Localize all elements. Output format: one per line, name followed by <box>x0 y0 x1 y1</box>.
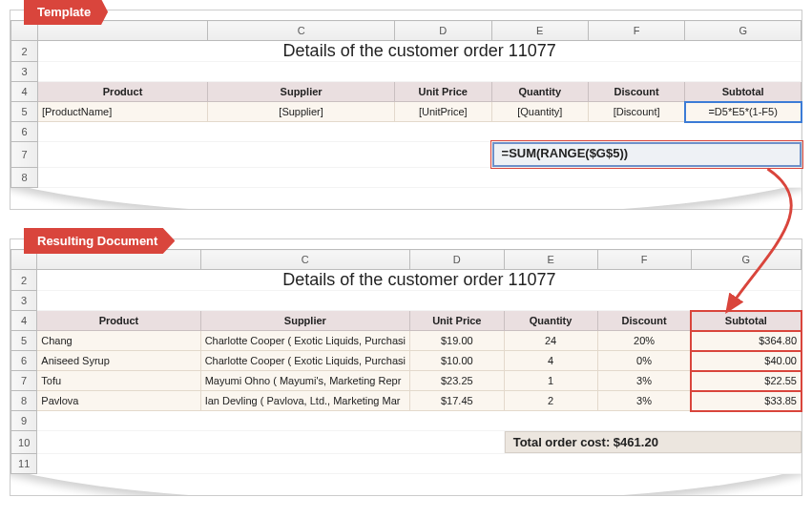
hdr-discount[interactable]: Discount <box>588 82 684 102</box>
rowhdr[interactable]: 3 <box>11 291 37 311</box>
colhdr-g[interactable]: G <box>685 21 802 41</box>
cell-discount[interactable]: 0% <box>597 351 691 371</box>
torn-edge <box>10 188 802 209</box>
hdr-subtotal[interactable]: Subtotal <box>691 311 801 331</box>
template-panel: Template C D E F G 2 Details of the cust… <box>10 10 802 210</box>
cell-subtotal[interactable]: $364.80 <box>691 331 801 351</box>
total-label: Total order cost: $461.20 <box>505 431 802 453</box>
tpl-unitprice[interactable]: [UnitPrice] <box>394 102 491 122</box>
cell-supplier[interactable]: Charlotte Cooper ( Exotic Liquids, Purch… <box>200 351 409 371</box>
cell-subtotal[interactable]: $22.55 <box>691 371 801 391</box>
cell-supplier[interactable]: Charlotte Cooper ( Exotic Liquids, Purch… <box>200 331 409 351</box>
rowhdr[interactable]: 4 <box>11 311 37 331</box>
cell-unitprice[interactable]: $10.00 <box>410 351 505 371</box>
cell-subtotal[interactable]: $40.00 <box>691 351 801 371</box>
cell-product[interactable]: Pavlova <box>37 391 200 411</box>
tpl-product[interactable]: [ProductName] <box>37 102 207 122</box>
hdr-discount[interactable]: Discount <box>597 311 691 331</box>
cell-product[interactable]: Chang <box>37 331 200 351</box>
rowhdr[interactable]: 9 <box>11 411 37 431</box>
colhdr-c[interactable]: C <box>208 21 395 41</box>
rowhdr[interactable]: 7 <box>11 371 37 391</box>
hdr-quantity[interactable]: Quantity <box>504 311 597 331</box>
sum-formula[interactable]: =SUM(RANGE($G$5)) <box>492 142 802 167</box>
cell-supplier[interactable]: Ian Devling ( Pavlova, Ltd., Marketing M… <box>200 391 409 411</box>
cell-discount[interactable]: 3% <box>597 371 691 391</box>
cell-discount[interactable]: 3% <box>597 391 691 411</box>
hdr-subtotal[interactable]: Subtotal <box>685 82 802 102</box>
result-grid: C D E F G 2 Details of the customer orde… <box>10 249 802 474</box>
cell-discount[interactable]: 20% <box>597 331 691 351</box>
rowhdr[interactable]: 8 <box>11 391 37 411</box>
column-headers: C D E F G <box>11 21 802 41</box>
hdr-supplier[interactable]: Supplier <box>208 82 395 102</box>
colhdr-g[interactable]: G <box>691 250 801 270</box>
rowhdr[interactable]: 7 <box>11 142 38 168</box>
title: Details of the customer order 11077 <box>42 41 798 61</box>
cell-product[interactable]: Tofu <box>37 371 200 391</box>
template-grid: C D E F G 2 Details of the customer orde… <box>10 20 802 188</box>
cell-product[interactable]: Aniseed Syrup <box>37 351 200 371</box>
cell-subtotal[interactable]: $33.85 <box>691 391 801 411</box>
hdr-unitprice[interactable]: Unit Price <box>394 82 491 102</box>
rowhdr[interactable]: 8 <box>11 168 38 188</box>
rowhdr[interactable]: 6 <box>11 351 37 371</box>
tpl-subtotal[interactable]: =D5*E5*(1-F5) <box>685 102 802 122</box>
result-tag: Resulting Document <box>24 228 175 254</box>
cell-supplier[interactable]: Mayumi Ohno ( Mayumi's, Marketing Repr <box>200 371 409 391</box>
cell-quantity[interactable]: 1 <box>504 371 597 391</box>
hdr-product[interactable]: Product <box>37 311 200 331</box>
colhdr-f[interactable]: F <box>588 21 684 41</box>
rowhdr[interactable]: 2 <box>11 270 37 291</box>
rowhdr[interactable]: 6 <box>11 122 38 142</box>
colhdr-e[interactable]: E <box>491 21 588 41</box>
template-tag: Template <box>24 0 108 25</box>
rowhdr[interactable]: 10 <box>11 431 37 454</box>
rowhdr[interactable]: 11 <box>11 454 37 474</box>
tpl-quantity[interactable]: [Quantity] <box>491 102 588 122</box>
hdr-quantity[interactable]: Quantity <box>491 82 588 102</box>
hdr-supplier[interactable]: Supplier <box>200 311 409 331</box>
colhdr-f[interactable]: F <box>597 250 691 270</box>
colhdr-e[interactable]: E <box>504 250 597 270</box>
tpl-supplier[interactable]: [Supplier] <box>208 102 395 122</box>
rowhdr[interactable]: 2 <box>11 41 38 62</box>
colhdr-d[interactable]: D <box>410 250 505 270</box>
cell-unitprice[interactable]: $23.25 <box>410 371 505 391</box>
hdr-product[interactable]: Product <box>37 82 207 102</box>
colhdr-d[interactable]: D <box>394 21 491 41</box>
rowhdr[interactable]: 4 <box>11 82 38 102</box>
result-panel: Resulting Document C D E F G 2 Details o… <box>10 238 802 496</box>
colhdr-c[interactable]: C <box>200 250 409 270</box>
tpl-discount[interactable]: [Discount] <box>588 102 684 122</box>
torn-edge <box>10 474 802 495</box>
rowhdr[interactable]: 3 <box>11 62 38 82</box>
cell-unitprice[interactable]: $17.45 <box>410 391 505 411</box>
rowhdr[interactable]: 5 <box>11 331 37 351</box>
cell-unitprice[interactable]: $19.00 <box>410 331 505 351</box>
rowhdr[interactable]: 5 <box>11 102 38 122</box>
title: Details of the customer order 11077 <box>41 270 797 290</box>
cell-quantity[interactable]: 4 <box>504 351 597 371</box>
cell-quantity[interactable]: 2 <box>504 391 597 411</box>
cell-quantity[interactable]: 24 <box>504 331 597 351</box>
hdr-unitprice[interactable]: Unit Price <box>410 311 505 331</box>
